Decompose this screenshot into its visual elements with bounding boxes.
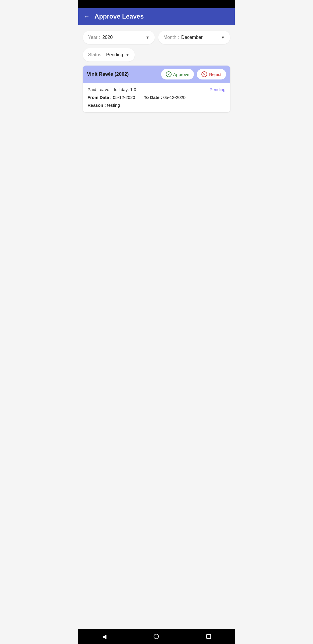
back-icon: ← bbox=[83, 13, 90, 20]
nav-back-button[interactable]: ◀ bbox=[102, 633, 106, 640]
nav-home-icon bbox=[154, 634, 159, 639]
leave-card-body: Paid Leave full day: 1.0 Pending From Da… bbox=[83, 83, 230, 112]
reject-icon: ✕ bbox=[201, 71, 207, 77]
reason-label: Reason : bbox=[88, 103, 106, 108]
from-date-field: From Date : 05-12-2020 bbox=[88, 95, 135, 100]
to-date-label: To Date : bbox=[144, 95, 162, 100]
year-value: 2020 bbox=[102, 35, 143, 40]
approve-button[interactable]: ✓ Approve bbox=[161, 69, 194, 79]
approve-icon: ✓ bbox=[166, 71, 172, 77]
reason-row: Reason : testing bbox=[88, 103, 225, 108]
leave-card: Vinit Rawle (2002) ✓ Approve ✕ Reject Pa… bbox=[83, 66, 230, 112]
month-dropdown-icon: ▼ bbox=[221, 35, 225, 40]
reject-button[interactable]: ✕ Reject bbox=[197, 69, 226, 79]
nav-recent-button[interactable] bbox=[206, 634, 211, 639]
back-button[interactable]: ← bbox=[83, 13, 90, 20]
content-area: Year : 2020 ▼ Month : December ▼ Status … bbox=[78, 25, 235, 629]
month-filter[interactable]: Month : December ▼ bbox=[158, 31, 230, 44]
status-value: Pending bbox=[106, 52, 123, 57]
status-filter[interactable]: Status : Pending ▼ bbox=[83, 48, 135, 61]
status-bar bbox=[78, 0, 235, 8]
month-value: December bbox=[181, 35, 219, 40]
bottom-nav: ◀ bbox=[78, 629, 235, 644]
status-dropdown-icon: ▼ bbox=[125, 53, 130, 57]
nav-recent-icon bbox=[206, 634, 211, 639]
year-filter[interactable]: Year : 2020 ▼ bbox=[83, 31, 155, 44]
leave-days: full day: 1.0 bbox=[114, 87, 205, 92]
filters-row: Year : 2020 ▼ Month : December ▼ bbox=[83, 31, 230, 44]
year-dropdown-icon: ▼ bbox=[145, 35, 150, 40]
employee-name: Vinit Rawle (2002) bbox=[87, 71, 158, 77]
month-label: Month : bbox=[163, 35, 179, 40]
reject-label: Reject bbox=[209, 72, 221, 77]
leave-status-badge: Pending bbox=[210, 87, 225, 92]
year-label: Year : bbox=[88, 35, 100, 40]
nav-home-button[interactable] bbox=[154, 634, 159, 639]
to-date-field: To Date : 05-12-2020 bbox=[144, 95, 185, 100]
leave-info-row: Paid Leave full day: 1.0 Pending bbox=[88, 87, 225, 92]
date-row: From Date : 05-12-2020 To Date : 05-12-2… bbox=[88, 95, 225, 100]
leave-type: Paid Leave bbox=[88, 87, 109, 92]
approve-label: Approve bbox=[173, 72, 190, 77]
from-date-label: From Date : bbox=[88, 95, 112, 100]
status-label: Status : bbox=[88, 52, 104, 57]
nav-back-icon: ◀ bbox=[102, 633, 106, 640]
header: ← Approve Leaves bbox=[78, 8, 235, 25]
page-title: Approve Leaves bbox=[94, 13, 144, 20]
status-row: Status : Pending ▼ bbox=[83, 48, 230, 61]
leave-card-header: Vinit Rawle (2002) ✓ Approve ✕ Reject bbox=[83, 66, 230, 83]
